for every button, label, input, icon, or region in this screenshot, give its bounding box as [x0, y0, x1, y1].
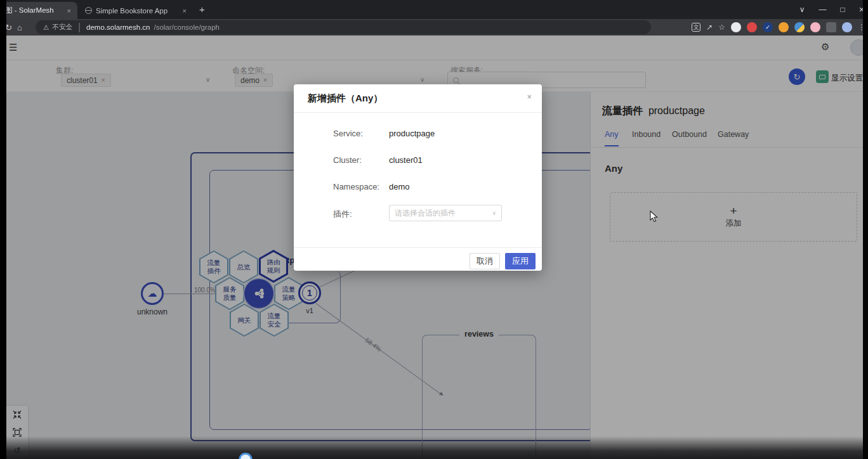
- share-icon[interactable]: ↗: [706, 23, 713, 32]
- extension-icon[interactable]: [794, 22, 805, 32]
- plugin-select[interactable]: 请选择合适的插件 ∨: [389, 205, 502, 221]
- extension-icon[interactable]: [747, 22, 757, 32]
- apply-button[interactable]: 应用: [505, 253, 536, 269]
- profile-avatar[interactable]: [842, 22, 852, 32]
- extension-icon[interactable]: ✓: [763, 22, 773, 32]
- browser-chrome: 图 - SolarMesh × Simple Bookstore App × +…: [0, 0, 868, 36]
- mouse-cursor: [650, 210, 660, 223]
- not-secure-icon: ⚠: [43, 23, 49, 31]
- extension-icon[interactable]: [731, 22, 741, 32]
- tab-close-icon[interactable]: ×: [181, 7, 188, 15]
- letterbox-left: [0, 0, 6, 459]
- window-minimize-icon[interactable]: —: [819, 5, 827, 14]
- field-label: Service:: [333, 129, 363, 138]
- chevron-down-icon: ∨: [492, 210, 496, 216]
- browser-toolbar: ↻ ⌂ ⚠ 不安全 | demo.solarmesh.cn/solar/cons…: [0, 19, 868, 36]
- url-host: demo.solarmesh.cn: [86, 23, 150, 31]
- tab-title: Simple Bookstore App: [96, 7, 168, 15]
- not-secure-label: 不安全: [52, 23, 72, 32]
- tab-bookstore[interactable]: Simple Bookstore App ×: [80, 2, 193, 19]
- select-placeholder: 请选择合适的插件: [395, 208, 492, 219]
- extensions-puzzle-icon[interactable]: [826, 22, 836, 32]
- extension-icon[interactable]: [779, 22, 789, 32]
- tab-solarmesh[interactable]: 图 - SolarMesh ×: [0, 2, 77, 19]
- solarmesh-app: productpage 100.0% 58.4% reviews 51.5% 2…: [0, 36, 868, 459]
- divider: [294, 247, 542, 248]
- cancel-button[interactable]: 取消: [470, 253, 500, 269]
- tab-close-icon[interactable]: ×: [66, 7, 72, 15]
- new-tab-button[interactable]: +: [199, 4, 205, 15]
- field-label: Namespace:: [333, 182, 379, 191]
- field-label: Cluster:: [333, 155, 362, 165]
- letterbox-right: [863, 0, 868, 459]
- window-menu-icon[interactable]: ∨: [799, 5, 805, 14]
- home-icon[interactable]: ⌂: [17, 23, 22, 32]
- divider: |: [78, 22, 81, 33]
- modal-title: 新增插件（Any）: [308, 93, 383, 105]
- add-plugin-modal: 新增插件（Any） × Service: productpage Cluster…: [294, 84, 542, 271]
- field-label: 插件:: [333, 209, 352, 220]
- tab-bar: 图 - SolarMesh × Simple Bookstore App × +…: [0, 0, 868, 19]
- window-maximize-icon[interactable]: □: [841, 5, 845, 14]
- tab-title: 图 - SolarMesh: [5, 6, 54, 15]
- bookmark-star-icon[interactable]: ☆: [718, 23, 725, 32]
- extension-icon[interactable]: [810, 22, 820, 32]
- divider: [294, 112, 542, 113]
- address-bar[interactable]: ⚠ 不安全 | demo.solarmesh.cn/solar/console/…: [36, 20, 651, 34]
- globe-icon: [85, 7, 92, 14]
- field-value: demo: [389, 182, 410, 191]
- video-bottom-fade: [0, 436, 868, 459]
- field-value: productpage: [389, 129, 435, 138]
- field-value: cluster01: [389, 155, 423, 165]
- url-path: /solar/console/graph: [154, 23, 220, 31]
- close-icon[interactable]: ×: [527, 92, 532, 101]
- translate-icon[interactable]: 文: [692, 23, 700, 32]
